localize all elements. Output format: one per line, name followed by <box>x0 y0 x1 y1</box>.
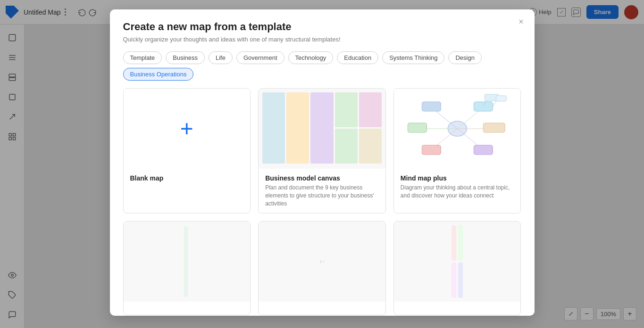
template-name-blank: Blank map <box>130 174 244 182</box>
template-grid: + Blank map <box>123 88 521 315</box>
filter-tag-business[interactable]: Business <box>166 51 205 64</box>
template-info-5 <box>259 302 385 315</box>
filter-tag-education[interactable]: Education <box>337 51 378 64</box>
filter-tag-technology[interactable]: Technology <box>288 51 334 64</box>
svg-rect-25 <box>483 123 505 132</box>
modal-title: Create a new map from a template <box>123 21 521 33</box>
template-preview-mindmap <box>394 89 521 169</box>
template-card-mindmap[interactable]: Mind map plus Diagram your thinking abou… <box>393 88 521 213</box>
svg-rect-30 <box>496 96 506 101</box>
template-preview-5 <box>259 221 385 302</box>
template-info-bmc: Business model canvas Plan and document … <box>259 169 385 213</box>
template-preview-6 <box>394 221 521 302</box>
svg-rect-22 <box>408 123 427 132</box>
template-info-6 <box>394 302 521 315</box>
filter-tags-container: TemplateBusinessLifeGovernmentTechnology… <box>110 51 535 88</box>
modal-header: Create a new map from a template Quickly… <box>110 9 535 51</box>
template-desc-mindmap: Diagram your thinking about a central to… <box>401 184 514 200</box>
filter-tag-template[interactable]: Template <box>123 51 162 64</box>
template-preview-blank: + <box>124 89 251 169</box>
filter-tag-design[interactable]: Design <box>448 51 481 64</box>
svg-rect-21 <box>422 102 441 111</box>
template-name-mindmap: Mind map plus <box>401 174 514 182</box>
filter-tag-government[interactable]: Government <box>236 51 284 64</box>
svg-rect-23 <box>422 145 441 155</box>
modal-overlay: Create a new map from a template Quickly… <box>0 0 644 328</box>
template-card-blank[interactable]: + Blank map <box>123 88 251 213</box>
filter-tag-systems-thinking[interactable]: Systems Thinking <box>382 51 444 64</box>
template-info-blank: Blank map <box>124 169 251 189</box>
template-desc-bmc: Plan and document the 9 key business ele… <box>265 184 379 207</box>
filter-tag-life[interactable]: Life <box>209 51 233 64</box>
template-info-4 <box>124 302 251 315</box>
plus-icon: + <box>180 117 193 140</box>
modal-subtitle: Quickly organize your thoughts and ideas… <box>123 36 521 43</box>
template-card-6[interactable] <box>393 221 521 315</box>
template-name-bmc: Business model canvas <box>265 174 379 182</box>
template-grid-wrapper[interactable]: + Blank map <box>110 88 535 316</box>
svg-rect-26 <box>474 145 493 155</box>
template-preview-bmc <box>259 89 385 169</box>
template-info-mindmap: Mind map plus Diagram your thinking abou… <box>394 169 521 205</box>
filter-tag-business-operations[interactable]: Business Operations <box>123 68 194 81</box>
modal-close-button[interactable]: × <box>516 16 527 27</box>
template-card-bmc[interactable]: Business model canvas Plan and document … <box>258 88 386 213</box>
template-card-5[interactable] <box>258 221 386 315</box>
template-card-4[interactable] <box>123 221 251 315</box>
template-modal: Create a new map from a template Quickly… <box>110 9 535 316</box>
template-preview-4 <box>124 221 251 302</box>
